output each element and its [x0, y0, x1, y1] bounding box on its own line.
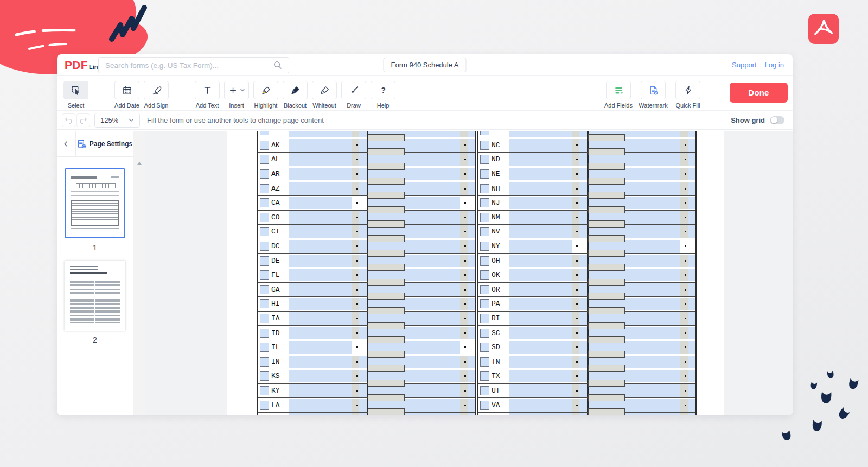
credit-reduction-field[interactable]	[624, 240, 680, 253]
futa-wages-field[interactable]	[289, 255, 352, 267]
futa-wages-field[interactable]	[509, 384, 572, 397]
state-checkbox-hi[interactable]	[260, 299, 269, 308]
futa-wages-field[interactable]	[509, 399, 572, 412]
futa-wages-field[interactable]	[509, 312, 572, 325]
futa-wages-field[interactable]	[289, 327, 352, 339]
futa-wages-field[interactable]	[509, 255, 572, 267]
credit-reduction-field[interactable]	[404, 269, 460, 281]
futa-wages-field[interactable]	[509, 356, 572, 368]
credit-reduction-field[interactable]	[404, 131, 460, 137]
futa-wages-field[interactable]	[289, 356, 352, 368]
credit-reduction-field[interactable]	[404, 168, 460, 180]
credit-reduction-field[interactable]	[624, 225, 680, 238]
futa-wages-field[interactable]	[509, 131, 572, 137]
credit-reduction-field[interactable]	[624, 168, 680, 180]
credit-reduction-field[interactable]	[624, 211, 680, 224]
futa-wages-field[interactable]	[509, 283, 572, 296]
futa-wages-field[interactable]	[509, 269, 572, 281]
futa-wages-field[interactable]	[289, 168, 352, 180]
credit-reduction-field[interactable]	[624, 327, 680, 339]
tool-add-fields[interactable]: Add Fields	[602, 81, 635, 109]
state-checkbox-ar[interactable]	[260, 169, 269, 179]
futa-wages-field[interactable]	[289, 341, 352, 354]
credit-reduction-field[interactable]	[404, 399, 460, 412]
futa-wages-field[interactable]	[289, 413, 352, 415]
state-checkbox-ks[interactable]	[260, 371, 269, 381]
state-checkbox-al[interactable]	[260, 155, 269, 164]
futa-wages-field[interactable]	[509, 240, 572, 253]
state-checkbox[interactable]	[260, 415, 269, 415]
credit-reduction-field[interactable]	[624, 197, 680, 209]
tool-add-sign[interactable]: Add Sign	[142, 81, 171, 109]
state-checkbox-ak[interactable]	[260, 141, 269, 150]
show-grid-toggle[interactable]	[770, 116, 784, 124]
credit-reduction-field[interactable]	[624, 131, 680, 137]
credit-reduction-field[interactable]	[404, 298, 460, 310]
state-checkbox-de[interactable]	[260, 256, 269, 266]
futa-wages-field[interactable]	[509, 197, 572, 209]
tool-whiteout[interactable]: Whiteout	[310, 81, 339, 109]
futa-wages-field[interactable]	[289, 240, 352, 253]
state-checkbox-tx[interactable]	[480, 371, 489, 381]
credit-reduction-field[interactable]	[404, 139, 460, 152]
futa-wages-field[interactable]	[509, 225, 572, 238]
state-checkbox-ny[interactable]	[480, 242, 489, 251]
futa-wages-field[interactable]	[289, 384, 352, 397]
futa-wages-field[interactable]	[289, 182, 352, 195]
state-checkbox-fl[interactable]	[260, 270, 269, 280]
state-checkbox-tn[interactable]	[480, 357, 489, 367]
state-checkbox-ca[interactable]	[260, 198, 269, 207]
credit-reduction-field[interactable]	[624, 255, 680, 267]
futa-wages-field[interactable]	[289, 153, 352, 166]
state-checkbox-nj[interactable]	[480, 198, 489, 207]
credit-reduction-field[interactable]	[624, 298, 680, 310]
redo-button[interactable]	[76, 113, 90, 127]
state-checkbox-ok[interactable]	[480, 270, 489, 280]
credit-reduction-field[interactable]	[404, 197, 460, 209]
form-name-pill[interactable]: Form 940 Schedule A	[383, 58, 466, 72]
reduction-rate-field[interactable]	[368, 413, 404, 415]
state-checkbox[interactable]	[260, 131, 269, 135]
done-button[interactable]: Done	[730, 83, 788, 103]
state-checkbox[interactable]	[480, 415, 489, 415]
futa-wages-field[interactable]	[509, 370, 572, 382]
state-checkbox-la[interactable]	[260, 401, 269, 410]
credit-reduction-field[interactable]	[624, 399, 680, 412]
futa-wages-field[interactable]	[289, 399, 352, 412]
credit-reduction-field[interactable]	[404, 384, 460, 397]
futa-wages-field[interactable]	[289, 298, 352, 310]
futa-wages-field[interactable]	[289, 211, 352, 224]
futa-wages-field[interactable]	[289, 225, 352, 238]
login-link[interactable]: Log in	[765, 61, 784, 69]
state-checkbox-va[interactable]	[480, 401, 489, 410]
futa-wages-field[interactable]	[509, 168, 572, 180]
credit-reduction-field[interactable]	[624, 269, 680, 281]
futa-wages-field[interactable]	[289, 269, 352, 281]
state-checkbox-ri[interactable]	[480, 314, 489, 323]
state-checkbox-il[interactable]	[260, 343, 269, 352]
futa-wages-field[interactable]	[509, 341, 572, 354]
credit-reduction-field[interactable]	[624, 139, 680, 152]
credit-reduction-field[interactable]	[624, 413, 680, 415]
credit-reduction-field[interactable]	[624, 384, 680, 397]
state-checkbox-ky[interactable]	[260, 386, 269, 395]
futa-wages-field[interactable]	[509, 298, 572, 310]
tool-quick-fill[interactable]: Quick Fill	[671, 81, 705, 109]
zoom-select[interactable]: 125%	[94, 113, 140, 128]
futa-wages-field[interactable]	[509, 211, 572, 224]
state-checkbox-ut[interactable]	[480, 386, 489, 395]
credit-reduction-field[interactable]	[624, 182, 680, 195]
credit-reduction-field[interactable]	[404, 240, 460, 253]
futa-wages-field[interactable]	[289, 312, 352, 325]
futa-wages-field[interactable]	[289, 283, 352, 296]
state-checkbox-dc[interactable]	[260, 242, 269, 251]
thumbnails-scrollbar[interactable]	[133, 131, 145, 415]
credit-reduction-field[interactable]	[404, 370, 460, 382]
credit-reduction-field[interactable]	[404, 153, 460, 166]
credit-reduction-field[interactable]	[404, 225, 460, 238]
state-checkbox-co[interactable]	[260, 213, 269, 222]
futa-wages-field[interactable]	[289, 139, 352, 152]
credit-reduction-field[interactable]	[624, 356, 680, 368]
futa-wages-field[interactable]	[509, 413, 572, 415]
state-checkbox-nv[interactable]	[480, 227, 489, 236]
